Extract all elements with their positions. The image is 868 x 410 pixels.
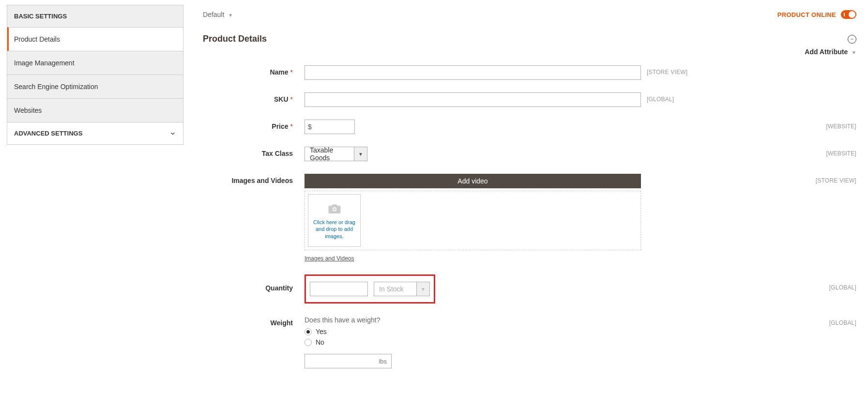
price-label: Price <box>272 122 288 130</box>
scope-badge: [GLOBAL] <box>829 316 856 326</box>
sidebar-item-product-details[interactable]: Product Details <box>7 27 183 51</box>
images-and-videos-link[interactable]: Images and Videos <box>305 255 641 262</box>
tax-class-value: Taxable Goods <box>305 147 354 161</box>
add-attribute-button[interactable]: Add Attribute ▼ <box>805 48 856 56</box>
scope-badge: [STORE VIEW] <box>816 174 856 184</box>
tax-class-label: Tax Class <box>262 150 293 157</box>
name-input[interactable] <box>305 65 641 80</box>
tax-class-select[interactable]: Taxable Goods ▼ <box>305 147 367 161</box>
sidebar-item-seo[interactable]: Search Engine Optimization <box>7 75 183 98</box>
image-upload-hint: Click here or drag and drop to add image… <box>311 219 357 240</box>
chevron-down-icon <box>169 130 176 137</box>
product-online-toggle[interactable] <box>841 10 856 19</box>
product-online-label: PRODUCT ONLINE <box>777 11 836 18</box>
weight-radio-no[interactable] <box>305 339 312 346</box>
price-input[interactable] <box>305 120 355 134</box>
section-title: Product Details <box>203 34 267 44</box>
quantity-label: Quantity <box>265 284 293 292</box>
add-video-button[interactable]: Add video <box>305 174 641 188</box>
collapse-section-button[interactable] <box>848 35 856 44</box>
scope-badge: [STORE VIEW] <box>647 65 687 76</box>
caret-down-icon: ▼ <box>228 13 233 18</box>
quantity-input[interactable] <box>310 282 368 296</box>
weight-question: Does this have a weight? <box>305 316 392 324</box>
select-caret-button[interactable]: ▼ <box>354 147 367 161</box>
camera-icon <box>325 201 344 216</box>
sidebar-item-image-management[interactable]: Image Management <box>7 51 183 75</box>
caret-down-icon: ▼ <box>358 152 363 157</box>
quantity-highlight-box: In Stock ▼ <box>305 274 435 304</box>
weight-no-label: No <box>316 338 324 346</box>
image-upload-placeholder[interactable]: Click here or drag and drop to add image… <box>308 194 361 247</box>
advanced-settings-label: ADVANCED SETTINGS <box>14 130 82 137</box>
weight-radio-yes[interactable] <box>305 328 312 335</box>
sidebar-item-websites[interactable]: Websites <box>7 98 183 122</box>
chevron-up-icon <box>850 37 854 42</box>
name-label: Name <box>270 68 288 76</box>
caret-down-icon: ▼ <box>852 50 856 55</box>
advanced-settings-header[interactable]: ADVANCED SETTINGS <box>7 122 183 144</box>
caret-down-icon: ▼ <box>421 287 426 292</box>
add-attribute-label: Add Attribute <box>805 48 848 56</box>
scope-badge: [WEBSITE] <box>826 120 856 130</box>
svg-point-1 <box>333 208 335 211</box>
images-label: Images and Videos <box>231 177 293 184</box>
basic-settings-header: BASIC SETTINGS <box>7 5 183 27</box>
sku-input[interactable] <box>305 92 641 107</box>
weight-label: Weight <box>271 319 293 327</box>
scope-label: Default <box>203 11 224 18</box>
scope-badge: [GLOBAL] <box>647 92 674 103</box>
images-drop-zone[interactable]: Click here or drag and drop to add image… <box>305 191 641 250</box>
scope-badge: [WEBSITE] <box>826 147 856 157</box>
stock-status-value: In Stock <box>374 282 416 296</box>
weight-unit: lbs <box>379 358 387 365</box>
select-caret-button[interactable]: ▼ <box>416 282 430 296</box>
stock-status-select[interactable]: In Stock ▼ <box>374 282 430 296</box>
weight-yes-label: Yes <box>316 328 327 335</box>
scope-switcher[interactable]: Default ▼ <box>203 11 233 18</box>
sku-label: SKU <box>274 95 289 103</box>
scope-badge: [GLOBAL] <box>829 274 856 291</box>
currency-symbol: $ <box>308 123 312 131</box>
